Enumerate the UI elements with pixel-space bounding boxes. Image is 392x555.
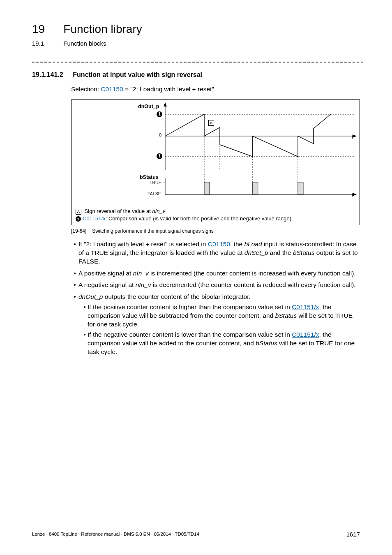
captionA-var: nIn_v [152, 208, 165, 214]
intro-suffix: = "2: Loading with level + reset" [123, 86, 214, 92]
figure-tag: [19-64] Switching performance if the inp… [71, 228, 360, 234]
caption1-link[interactable]: C01151/x [83, 215, 106, 222]
divider [32, 62, 363, 62]
text: is decremented (the counter content is r… [151, 281, 356, 288]
svg-rect-14 [204, 182, 210, 194]
link-c01150[interactable]: C01150 [208, 240, 230, 247]
text: outputs the counter content of the bipol… [103, 293, 250, 300]
text: If the positive counter content is highe… [88, 303, 292, 310]
list-item: dnOut_p outputs the counter content of t… [78, 293, 360, 356]
subsection-heading: 19.1.141.2 Function at input value with … [32, 70, 360, 79]
var-bStatus: bStatus [256, 340, 277, 347]
bullet-list: If "2: Loading with level + reset" is se… [71, 240, 360, 356]
var-dnOut_p: dnOut_p [78, 293, 103, 300]
sub-bullet-list: If the positive counter content is highe… [78, 303, 360, 356]
figure-tag-text: Switching performance if the input signa… [92, 228, 214, 234]
page-number: 1617 [346, 530, 360, 539]
svg-marker-1 [164, 102, 167, 106]
intro-link[interactable]: C01150 [101, 86, 123, 92]
svg-rect-16 [298, 182, 303, 194]
figure-box: dnOut_p 1 0 1 A t bStatus TRUE FALSE t [71, 99, 360, 225]
list-item: If the negative counter content is lower… [88, 331, 360, 356]
chapter-row: 19 Function library [32, 21, 360, 37]
svg-marker-3 [353, 134, 357, 138]
var-dnSet_p: dnSet_p [244, 249, 268, 256]
list-item: A negative signal at nIn_v is decremente… [78, 281, 360, 289]
caption1-rest: : Comparison value (is valid for both th… [106, 215, 291, 222]
link-c01151x[interactable]: C01151/x [292, 331, 319, 338]
figure-tag-bracket: [19-64] [71, 228, 91, 234]
list-item: If the positive counter content is highe… [88, 303, 360, 329]
list-item: A positive signal at nIn_v is incremente… [78, 269, 360, 278]
intro-prefix: Selection: [71, 86, 101, 92]
text: A negative signal at [78, 281, 136, 288]
chapter-title: Function library [63, 21, 142, 37]
text: is incremented (the counter content is i… [149, 270, 356, 277]
section-number: 19.1 [32, 39, 62, 48]
figure-caption: A Sign reversal of the value at nIn_v 1C… [76, 208, 355, 222]
text: and the [268, 249, 293, 256]
subsection-number: 19.1.141.2 [32, 70, 71, 79]
svg-marker-12 [353, 193, 357, 196]
captionA-prefix: Sign reversal of the value at [83, 208, 152, 214]
subsection-title: Function at input value with sign revers… [73, 71, 202, 78]
footer-text: Lenze · 8400 TopLine · Reference manual … [32, 531, 199, 538]
caption-A-icon: A [76, 209, 81, 215]
section-title: Function blocks [63, 39, 106, 48]
var-bStatus: bStatus [275, 312, 297, 319]
caption-1-icon: 1 [76, 216, 81, 222]
text: If the negative counter content is lower… [88, 331, 292, 338]
var-bLoad: bLoad [244, 240, 262, 247]
text: If "2: Loading with level + reset" is se… [78, 240, 208, 247]
figure-svg [71, 100, 361, 207]
svg-rect-15 [253, 182, 258, 194]
link-c01151x[interactable]: C01151/x [292, 303, 319, 310]
list-item: If "2: Loading with level + reset" is se… [78, 240, 360, 266]
section-row: 19.1 Function blocks [32, 37, 360, 48]
chapter-number: 19 [32, 21, 62, 37]
intro-line: Selection: C01150 = "2: Loading with lev… [71, 85, 360, 94]
var-bStatus: bStatus [293, 249, 315, 256]
text: A positive signal at [78, 270, 133, 277]
var-nIn_v: nIn_v [133, 270, 149, 277]
var-nIn_v: nIn_v [136, 281, 151, 288]
text: , the [230, 240, 244, 247]
